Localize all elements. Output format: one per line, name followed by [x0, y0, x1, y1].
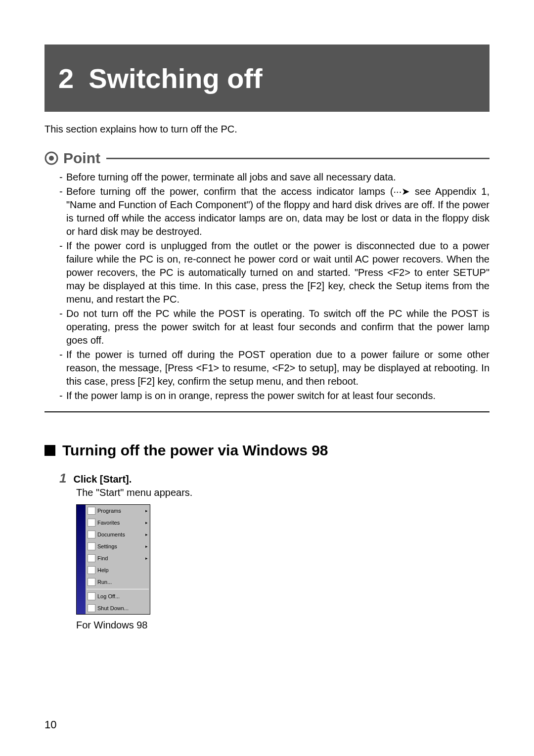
bullet-item: Before turning off the power, terminate …	[59, 171, 490, 184]
menu-item-help: Help	[86, 564, 150, 576]
menu-item-label: Settings	[97, 543, 145, 549]
step-number: 1	[59, 471, 66, 486]
menu-item-logoff: Log Off...	[86, 590, 150, 602]
help-icon	[88, 566, 95, 574]
intro-text: This section explains how to turn off th…	[44, 124, 490, 135]
settings-icon	[88, 542, 95, 550]
menu-item-find: Find ▸	[86, 552, 150, 564]
menu-item-label: Documents	[97, 532, 145, 537]
menu-item-label: Shut Down...	[97, 605, 148, 611]
bullet-item: Do not turn off the PC while the POST is…	[59, 307, 490, 347]
figure-caption: For Windows 98	[76, 620, 490, 631]
documents-icon	[88, 531, 95, 538]
menu-item-label: Programs	[97, 508, 145, 514]
start-menu-brand: Windows98	[71, 579, 78, 612]
submenu-arrow-icon: ▸	[145, 532, 148, 537]
favorites-icon	[88, 519, 95, 527]
submenu-arrow-icon: ▸	[145, 544, 148, 549]
step-desc: The "Start" menu appears.	[59, 487, 490, 498]
divider	[44, 411, 490, 412]
menu-item-run: Run...	[86, 576, 150, 588]
point-rule	[106, 158, 490, 159]
step-label: Click [Start].	[73, 474, 132, 485]
menu-item-shutdown: Shut Down...	[86, 602, 150, 614]
menu-item-settings: Settings ▸	[86, 540, 150, 552]
start-menu-sidebar: Windows98	[77, 505, 86, 614]
menu-item-label: Log Off...	[97, 593, 148, 599]
svg-point-1	[49, 156, 54, 161]
programs-icon	[88, 507, 95, 515]
submenu-arrow-icon: ▸	[145, 556, 148, 561]
menu-item-label: Find	[97, 555, 145, 561]
chapter-title: Switching off	[89, 62, 263, 94]
shutdown-icon	[88, 604, 95, 612]
chapter-number: 2	[58, 62, 74, 94]
point-heading: Point	[44, 150, 490, 167]
subsection-heading: Turning off the power via Windows 98	[44, 442, 490, 459]
square-bullet-icon	[44, 445, 55, 456]
bullet-item: If the power lamp is on in orange, repre…	[59, 389, 490, 402]
bullet-item: If the power cord is unplugged from the …	[59, 239, 490, 306]
chapter-banner: 2 Switching off	[44, 44, 490, 112]
submenu-arrow-icon: ▸	[145, 508, 148, 513]
menu-item-label: Help	[97, 567, 148, 573]
menu-item-label: Favorites	[97, 520, 145, 526]
bullet-item: If the power is turned off during the PO…	[59, 348, 490, 388]
logoff-icon	[88, 592, 95, 600]
bullet-item: Before turning off the power, confirm th…	[59, 185, 490, 238]
start-menu-screenshot: Windows98 Programs ▸ Favorites ▸ Documen…	[76, 504, 150, 615]
menu-item-documents: Documents ▸	[86, 529, 150, 540]
run-icon	[88, 578, 95, 586]
menu-item-favorites: Favorites ▸	[86, 517, 150, 529]
point-label: Point	[63, 150, 100, 167]
point-bullets: Before turning off the power, terminate …	[44, 171, 490, 402]
subsection-title: Turning off the power via Windows 98	[62, 442, 328, 459]
find-icon	[88, 554, 95, 562]
menu-separator	[87, 589, 149, 589]
menu-item-programs: Programs ▸	[86, 505, 150, 517]
page-number: 10	[44, 718, 56, 731]
submenu-arrow-icon: ▸	[145, 520, 148, 525]
step-1: 1 Click [Start]. The "Start" menu appear…	[44, 471, 490, 498]
menu-item-label: Run...	[97, 579, 148, 585]
target-icon	[44, 151, 58, 165]
